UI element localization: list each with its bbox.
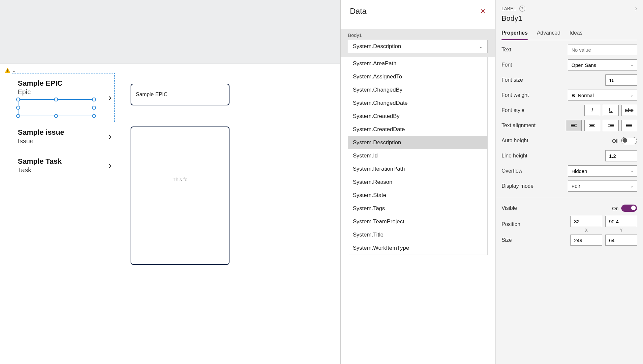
resize-handle[interactable] xyxy=(92,106,96,110)
field-option[interactable]: System.Id xyxy=(348,149,487,162)
prop-autoheight-label: Auto height xyxy=(502,138,528,144)
detail-body[interactable]: This fo xyxy=(131,126,230,265)
field-option[interactable]: System.WorkItemType xyxy=(348,241,487,255)
prop-lineheight-label: Line height xyxy=(502,153,527,159)
prop-visible-label: Visible xyxy=(502,205,517,211)
canvas: ⌄ Sample EPIC Epic xyxy=(0,0,340,364)
list-item-subtitle: Issue xyxy=(18,137,64,145)
resize-handle[interactable] xyxy=(54,114,58,118)
chevron-down-icon: ⌄ xyxy=(630,184,633,188)
prop-size-label: Size xyxy=(502,237,512,243)
underline-button[interactable]: U xyxy=(603,105,619,116)
pos-y-input[interactable] xyxy=(605,216,637,227)
prop-fontweight-label: Font weight xyxy=(502,92,529,98)
font-select[interactable]: Open Sans⌄ xyxy=(568,59,637,70)
field-option[interactable]: System.TeamProject xyxy=(348,215,487,228)
align-center-icon xyxy=(589,124,595,127)
pos-x-input[interactable] xyxy=(570,216,602,227)
resize-handle[interactable] xyxy=(16,106,20,110)
align-justify-button[interactable] xyxy=(621,120,637,131)
field-option[interactable]: System.IterationPath xyxy=(348,162,487,176)
strikethrough-button[interactable]: abc xyxy=(621,105,637,116)
detail-title: Sample EPIC xyxy=(136,92,224,98)
resize-handle[interactable] xyxy=(16,114,20,118)
data-section-label: Body1 xyxy=(348,32,488,38)
auto-height-state: Off xyxy=(612,138,619,144)
detail-card[interactable]: Sample EPIC xyxy=(131,84,230,105)
tab-properties[interactable]: Properties xyxy=(502,27,528,40)
visible-toggle[interactable] xyxy=(621,205,637,212)
align-left-button[interactable] xyxy=(566,120,582,131)
list-item-subtitle: Epic xyxy=(18,88,94,96)
list-item[interactable]: Sample issue Issue › xyxy=(12,122,115,151)
prop-displaymode-label: Display mode xyxy=(502,183,534,189)
chevron-right-icon[interactable]: › xyxy=(635,5,637,12)
field-option[interactable]: System.Tags xyxy=(348,202,487,215)
field-option[interactable]: System.State xyxy=(348,189,487,202)
chevron-down-icon: ⌄ xyxy=(630,169,633,173)
field-option[interactable]: System.Reason xyxy=(348,176,487,189)
list-item-title: Sample Task xyxy=(18,157,62,166)
overflow-select[interactable]: Hidden⌄ xyxy=(568,165,637,177)
prop-overflow-label: Overflow xyxy=(502,168,522,174)
align-center-button[interactable] xyxy=(584,120,600,131)
prop-position-label: Position xyxy=(502,221,520,227)
size-w-input[interactable] xyxy=(570,235,602,246)
prop-font-label: Font xyxy=(502,62,512,68)
control-kind-label: LABEL xyxy=(502,6,516,11)
display-mode-select[interactable]: Edit⌄ xyxy=(568,181,637,192)
line-height-input[interactable] xyxy=(605,150,637,161)
canvas-warning[interactable]: ⌄ xyxy=(5,68,16,73)
resize-handle[interactable] xyxy=(16,98,20,101)
selection-box[interactable] xyxy=(18,99,94,116)
size-h-input[interactable] xyxy=(605,235,637,246)
font-weight-select[interactable]: B Normal⌄ xyxy=(568,90,637,101)
field-option[interactable]: System.ChangedDate xyxy=(348,97,487,110)
list-item-title: Sample EPIC xyxy=(18,79,94,88)
field-option[interactable]: System.AreaPath xyxy=(348,57,487,70)
data-pane: Data ✕ Body1 System.Description ⌄ System… xyxy=(340,0,495,364)
align-left-icon xyxy=(571,124,577,127)
chevron-down-icon[interactable]: ⌄ xyxy=(12,68,16,73)
tab-ideas[interactable]: Ideas xyxy=(569,27,582,40)
resize-handle[interactable] xyxy=(54,98,58,101)
list-item[interactable]: Sample EPIC Epic › xyxy=(12,73,115,122)
list-item-title: Sample issue xyxy=(18,128,64,137)
chevron-right-icon: › xyxy=(108,131,111,142)
field-option[interactable]: System.CreatedDate xyxy=(348,123,487,136)
prop-fontstyle-label: Font style xyxy=(502,107,524,113)
field-option[interactable]: System.AssignedTo xyxy=(348,70,487,83)
resize-handle[interactable] xyxy=(92,98,96,101)
chevron-right-icon: › xyxy=(108,160,111,171)
field-option[interactable]: System.Title xyxy=(348,228,487,241)
list-item-subtitle: Task xyxy=(18,166,62,174)
field-dropdown-list[interactable]: System.AreaPathSystem.AssignedToSystem.C… xyxy=(348,57,488,255)
italic-button[interactable]: I xyxy=(584,105,600,116)
underline-icon: U xyxy=(609,107,613,113)
object-name: Body1 xyxy=(502,14,637,23)
help-icon[interactable]: ? xyxy=(519,6,525,12)
auto-height-toggle[interactable] xyxy=(621,137,637,144)
text-input[interactable] xyxy=(568,44,637,55)
chevron-right-icon: › xyxy=(108,93,111,103)
resize-handle[interactable] xyxy=(92,114,96,118)
list-item[interactable]: Sample Task Task › xyxy=(12,151,115,180)
chevron-down-icon: ⌄ xyxy=(630,63,633,67)
align-justify-icon xyxy=(626,124,632,127)
tab-advanced[interactable]: Advanced xyxy=(537,27,560,40)
align-right-icon xyxy=(608,124,614,127)
field-option[interactable]: System.Description xyxy=(348,136,487,149)
visible-state: On xyxy=(612,206,619,211)
properties-pane: LABEL ? › Body1 Properties Advanced Idea… xyxy=(495,0,643,364)
selected-field: System.Description xyxy=(353,43,401,50)
prop-fontsize-label: Font size xyxy=(502,77,523,83)
close-icon[interactable]: ✕ xyxy=(480,7,486,15)
prop-text-label: Text xyxy=(502,47,511,53)
field-option[interactable]: System.ChangedBy xyxy=(348,83,487,97)
align-right-button[interactable] xyxy=(603,120,619,131)
field-option[interactable]: System.CreatedBy xyxy=(348,110,487,123)
prop-textalign-label: Text alignment xyxy=(502,123,536,128)
chevron-down-icon: ⌄ xyxy=(479,44,483,49)
field-dropdown[interactable]: System.Description ⌄ xyxy=(348,40,488,53)
font-size-input[interactable] xyxy=(605,74,637,86)
